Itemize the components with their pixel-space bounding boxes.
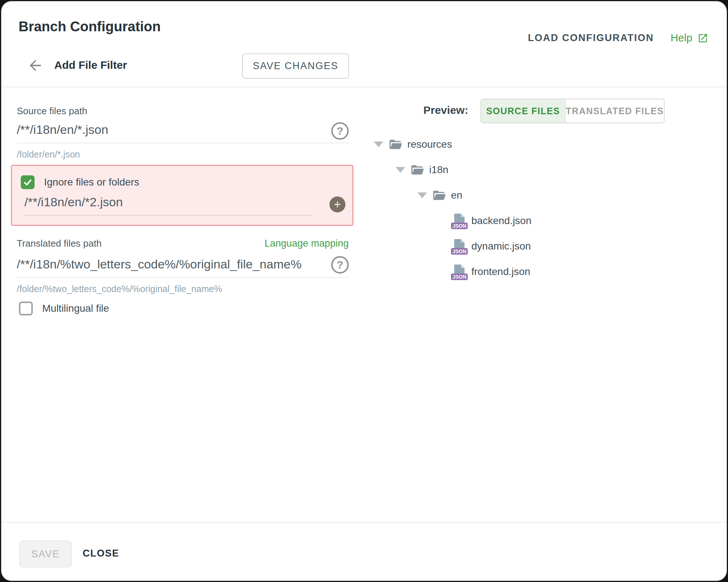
folder-icon xyxy=(410,163,424,177)
help-link[interactable]: Help xyxy=(670,32,708,44)
preview-label: Preview: xyxy=(423,104,468,116)
tree-item-label[interactable]: frontend.json xyxy=(471,266,530,278)
tree-row-file[interactable]: JSON dynamic.json xyxy=(374,234,531,259)
ignore-files-label: Ignore files or folders xyxy=(44,176,139,188)
tree-item-label[interactable]: i18n xyxy=(429,164,448,176)
tab-source-files[interactable]: SOURCE FILES xyxy=(481,99,565,123)
tree-item-label[interactable]: en xyxy=(451,190,462,201)
tab-translated-files[interactable]: TRANSLATED FILES xyxy=(565,99,664,123)
tree-item-label[interactable]: resources xyxy=(407,139,452,150)
source-files-path-label: Source files path xyxy=(17,105,87,117)
close-button[interactable]: CLOSE xyxy=(83,542,119,565)
help-link-label: Help xyxy=(670,32,692,44)
ignore-pattern-input[interactable] xyxy=(24,195,313,216)
source-path-hint: /folder/en/*.json xyxy=(17,149,80,160)
json-file-icon: JSON xyxy=(453,239,466,254)
tree-row-folder[interactable]: i18n xyxy=(374,157,531,183)
ignore-files-checkbox[interactable] xyxy=(21,175,35,189)
page-title: Branch Configuration xyxy=(19,19,161,35)
plus-icon xyxy=(332,199,343,210)
external-link-icon xyxy=(697,33,708,44)
ignore-files-section: Ignore files or folders xyxy=(11,165,353,226)
json-file-icon: JSON xyxy=(453,214,466,228)
multilingual-label: Multilingual file xyxy=(42,303,109,314)
translated-files-path-input[interactable] xyxy=(17,257,349,278)
translated-path-hint: /folder/%two_letters_code%/%original_fil… xyxy=(17,284,222,294)
language-mapping-link[interactable]: Language mapping xyxy=(265,238,349,249)
ignore-files-row: Ignore files or folders xyxy=(21,175,139,189)
caret-down-icon[interactable] xyxy=(374,141,383,147)
tree-row-folder[interactable]: resources xyxy=(374,132,531,157)
tree-row-file[interactable]: JSON frontend.json xyxy=(374,259,531,284)
caret-down-icon[interactable] xyxy=(418,192,427,198)
add-ignore-pattern-button[interactable] xyxy=(329,196,345,212)
save-changes-button[interactable]: SAVE CHANGES xyxy=(242,53,349,79)
source-path-help-icon[interactable]: ? xyxy=(331,122,349,140)
load-configuration-button[interactable]: LOAD CONFIGURATION xyxy=(528,32,654,44)
preview-tabs: SOURCE FILES TRANSLATED FILES xyxy=(480,99,665,123)
tree-row-folder[interactable]: en xyxy=(374,183,531,208)
save-button[interactable]: SAVE xyxy=(19,541,72,567)
checkmark-icon xyxy=(23,177,33,187)
filter-subtitle: Add File Filter xyxy=(54,59,127,71)
caret-down-icon[interactable] xyxy=(396,167,405,173)
json-file-icon: JSON xyxy=(453,264,466,279)
multilingual-checkbox[interactable] xyxy=(19,302,33,315)
json-badge: JSON xyxy=(451,248,468,255)
json-badge: JSON xyxy=(451,274,468,280)
tree-item-label[interactable]: backend.json xyxy=(471,215,531,227)
back-arrow-icon[interactable] xyxy=(27,57,44,74)
translated-path-help-icon[interactable]: ? xyxy=(331,256,349,274)
header-actions: LOAD CONFIGURATION Help xyxy=(528,32,708,44)
source-files-path-input[interactable] xyxy=(17,123,349,143)
tree-row-file[interactable]: JSON backend.json xyxy=(374,208,531,234)
folder-icon xyxy=(432,188,446,202)
dialog-header: Branch Configuration LOAD CONFIGURATION … xyxy=(1,1,727,87)
translated-files-path-label: Translated files path xyxy=(17,238,102,249)
multilingual-row: Multilingual file xyxy=(19,302,109,315)
file-tree: resources i18n en JSON back xyxy=(374,132,531,284)
json-badge: JSON xyxy=(451,223,468,229)
dialog-footer: SAVE CLOSE xyxy=(1,522,727,581)
translated-path-label-row: Translated files path Language mapping xyxy=(17,238,349,249)
tree-item-label[interactable]: dynamic.json xyxy=(471,240,531,252)
folder-icon xyxy=(388,137,402,151)
branch-configuration-dialog: Branch Configuration LOAD CONFIGURATION … xyxy=(1,1,727,581)
